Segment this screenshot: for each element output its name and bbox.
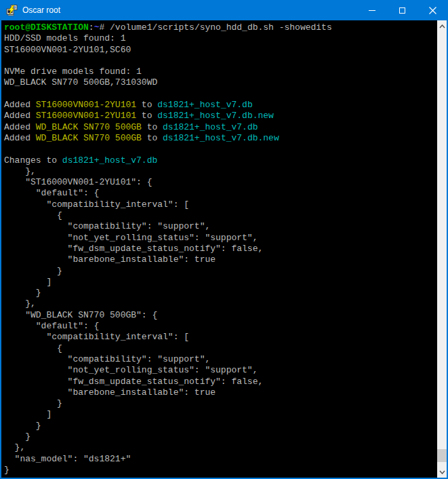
terminal-line: Added ST16000VN001-2YU101 to ds1821+_hos… xyxy=(4,100,437,111)
terminal-line: } xyxy=(4,288,437,299)
scrollbar[interactable] xyxy=(437,20,447,478)
terminal-line: } xyxy=(4,398,437,409)
terminal-line: root@DISKSTATION:~# /volume1/scripts/syn… xyxy=(4,22,437,33)
terminal-line: "compatibility_interval": [ xyxy=(4,199,437,210)
terminal-line: "nas_model": "ds1821+" xyxy=(4,454,437,465)
window-controls xyxy=(357,0,448,20)
terminal-line: "not_yet_rolling_status": "support", xyxy=(4,365,437,376)
terminal-line xyxy=(4,89,437,100)
terminal-line: ] xyxy=(4,277,437,288)
terminal-line: } xyxy=(4,266,437,277)
close-icon xyxy=(429,7,436,14)
terminal-line: "default": { xyxy=(4,188,437,199)
terminal-line: NVMe drive models found: 1 xyxy=(4,66,437,77)
maximize-button[interactable] xyxy=(387,0,418,20)
terminal-line: "compatibility_interval": [ xyxy=(4,332,437,343)
terminal-line: "not_yet_rolling_status": "support", xyxy=(4,233,437,244)
terminal-line: WD_BLACK SN770 500GB,731030WD xyxy=(4,77,437,88)
terminal-line: "fw_dsm_update_status_notify": false, xyxy=(4,377,437,387)
putty-window: Oscar root root@DISKSTATION:~# /volume1/… xyxy=(0,0,448,479)
terminal-line: }, xyxy=(4,166,437,177)
minimize-icon xyxy=(369,10,375,11)
terminal-line: "barebone_installable": true xyxy=(4,254,437,265)
terminal-line xyxy=(4,144,437,155)
terminal-output[interactable]: root@DISKSTATION:~# /volume1/scripts/syn… xyxy=(1,20,437,478)
terminal-line: } xyxy=(4,432,437,442)
terminal-line xyxy=(4,56,437,66)
minimize-button[interactable] xyxy=(357,0,387,20)
terminal-line: Added WD_BLACK SN770 500GB to ds1821+_ho… xyxy=(4,133,437,144)
terminal-line: "compatibility": "support", xyxy=(4,354,437,365)
terminal-line: { xyxy=(4,343,437,354)
close-button[interactable] xyxy=(418,0,448,20)
terminal-line: Added ST16000VN001-2YU101 to ds1821+_hos… xyxy=(4,111,437,121)
terminal-line: "ST16000VN001-2YU101": { xyxy=(4,177,437,188)
terminal-line: }, xyxy=(4,442,437,453)
chevron-up-icon xyxy=(439,24,445,28)
scroll-down-button[interactable] xyxy=(437,466,447,478)
window-body: root@DISKSTATION:~# /volume1/scripts/syn… xyxy=(1,20,447,478)
terminal-line: } xyxy=(4,465,437,476)
terminal-line: ] xyxy=(4,409,437,420)
putty-app-icon xyxy=(5,4,18,16)
terminal-line: "WD_BLACK SN770 500GB": { xyxy=(4,310,437,321)
window-title: Oscar root xyxy=(22,5,60,15)
terminal-line: HDD/SSD models found: 1 xyxy=(4,33,437,44)
maximize-icon xyxy=(399,7,405,14)
terminal-line: Changes to ds1821+_host_v7.db xyxy=(4,155,437,166)
terminal-line: { xyxy=(4,210,437,221)
terminal-line: "fw_dsm_update_status_notify": false, xyxy=(4,244,437,254)
chevron-down-icon xyxy=(439,470,445,474)
terminal-line: "barebone_installable": true xyxy=(4,387,437,398)
terminal-line: } xyxy=(4,421,437,432)
titlebar[interactable]: Oscar root xyxy=(0,0,448,20)
terminal-line: "compatibility": "support", xyxy=(4,221,437,232)
terminal-line: }, xyxy=(4,299,437,309)
scroll-up-button[interactable] xyxy=(437,20,447,32)
terminal-line: "default": { xyxy=(4,321,437,332)
scrollbar-thumb[interactable] xyxy=(437,449,447,462)
terminal-line: ST16000VN001-2YU101,SC60 xyxy=(4,45,437,56)
terminal-line: Added WD_BLACK SN770 500GB to ds1821+_ho… xyxy=(4,122,437,133)
